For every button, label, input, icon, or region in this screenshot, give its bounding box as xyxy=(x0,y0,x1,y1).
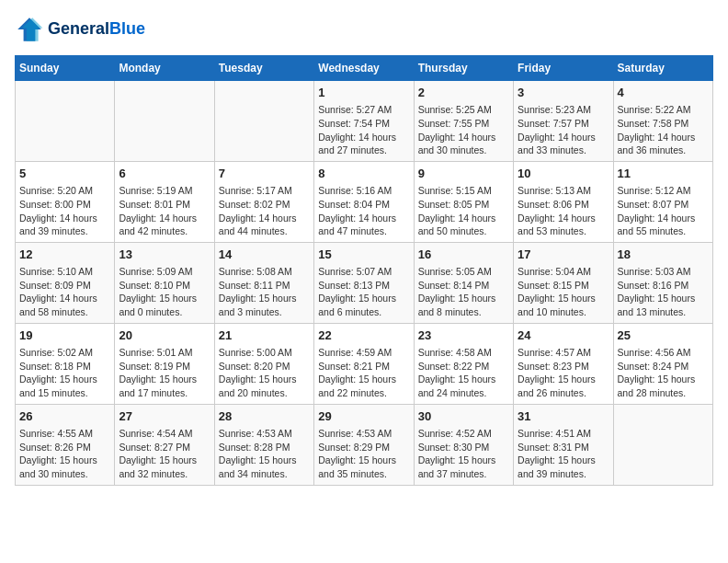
logo-icon xyxy=(15,15,44,44)
day-number: 7 xyxy=(219,166,310,182)
calendar-cell: 2Sunrise: 5:25 AM Sunset: 7:55 PM Daylig… xyxy=(414,81,513,162)
day-info: Sunrise: 4:56 AM Sunset: 8:24 PM Dayligh… xyxy=(618,346,709,400)
col-header-saturday: Saturday xyxy=(613,56,712,81)
day-number: 3 xyxy=(518,85,609,101)
calendar-cell: 10Sunrise: 5:13 AM Sunset: 8:06 PM Dayli… xyxy=(514,161,613,242)
day-info: Sunrise: 5:15 AM Sunset: 8:05 PM Dayligh… xyxy=(418,184,509,238)
calendar-cell: 8Sunrise: 5:16 AM Sunset: 8:04 PM Daylig… xyxy=(314,161,414,242)
day-number: 16 xyxy=(418,247,509,263)
day-number: 20 xyxy=(119,327,210,344)
day-info: Sunrise: 5:13 AM Sunset: 8:06 PM Dayligh… xyxy=(518,184,609,238)
day-info: Sunrise: 5:25 AM Sunset: 7:55 PM Dayligh… xyxy=(418,103,509,157)
page-header: GeneralBlue xyxy=(15,15,713,44)
calendar-cell: 13Sunrise: 5:09 AM Sunset: 8:10 PM Dayli… xyxy=(115,242,214,323)
day-info: Sunrise: 4:54 AM Sunset: 8:27 PM Dayligh… xyxy=(119,427,210,481)
day-info: Sunrise: 5:10 AM Sunset: 8:09 PM Dayligh… xyxy=(19,265,110,319)
day-info: Sunrise: 5:07 AM Sunset: 8:13 PM Dayligh… xyxy=(318,265,409,319)
day-number: 13 xyxy=(119,247,210,263)
week-row-4: 19Sunrise: 5:02 AM Sunset: 8:18 PM Dayli… xyxy=(16,323,713,404)
day-number: 29 xyxy=(318,408,409,425)
week-row-5: 26Sunrise: 4:55 AM Sunset: 8:26 PM Dayli… xyxy=(16,404,713,485)
calendar-cell: 25Sunrise: 4:56 AM Sunset: 8:24 PM Dayli… xyxy=(613,323,712,404)
day-number: 21 xyxy=(219,327,310,344)
day-number: 12 xyxy=(19,247,110,263)
day-info: Sunrise: 4:58 AM Sunset: 8:22 PM Dayligh… xyxy=(418,346,509,400)
day-number: 9 xyxy=(418,166,509,182)
day-number: 30 xyxy=(418,408,509,425)
day-info: Sunrise: 5:08 AM Sunset: 8:11 PM Dayligh… xyxy=(219,265,310,319)
calendar-cell: 27Sunrise: 4:54 AM Sunset: 8:27 PM Dayli… xyxy=(115,404,214,485)
logo-text: GeneralBlue xyxy=(48,20,145,39)
week-row-1: 1Sunrise: 5:27 AM Sunset: 7:54 PM Daylig… xyxy=(16,81,713,162)
calendar-cell: 11Sunrise: 5:12 AM Sunset: 8:07 PM Dayli… xyxy=(613,161,712,242)
calendar-cell: 24Sunrise: 4:57 AM Sunset: 8:23 PM Dayli… xyxy=(514,323,613,404)
logo: GeneralBlue xyxy=(15,15,145,44)
day-info: Sunrise: 4:51 AM Sunset: 8:31 PM Dayligh… xyxy=(518,427,609,481)
day-number: 25 xyxy=(618,327,709,344)
col-header-monday: Monday xyxy=(115,56,214,81)
day-number: 27 xyxy=(119,408,210,425)
calendar-cell: 26Sunrise: 4:55 AM Sunset: 8:26 PM Dayli… xyxy=(16,404,115,485)
day-info: Sunrise: 5:22 AM Sunset: 7:58 PM Dayligh… xyxy=(618,103,709,157)
col-header-wednesday: Wednesday xyxy=(314,56,414,81)
day-number: 31 xyxy=(518,408,609,425)
col-header-sunday: Sunday xyxy=(16,56,115,81)
day-info: Sunrise: 5:20 AM Sunset: 8:00 PM Dayligh… xyxy=(19,184,110,238)
day-info: Sunrise: 4:59 AM Sunset: 8:21 PM Dayligh… xyxy=(318,346,409,400)
col-header-thursday: Thursday xyxy=(414,56,513,81)
calendar-cell xyxy=(115,81,214,162)
week-row-3: 12Sunrise: 5:10 AM Sunset: 8:09 PM Dayli… xyxy=(16,242,713,323)
day-info: Sunrise: 5:03 AM Sunset: 8:16 PM Dayligh… xyxy=(618,265,709,319)
day-info: Sunrise: 5:17 AM Sunset: 8:02 PM Dayligh… xyxy=(219,184,310,238)
day-number: 10 xyxy=(518,166,609,182)
calendar-cell: 6Sunrise: 5:19 AM Sunset: 8:01 PM Daylig… xyxy=(115,161,214,242)
calendar-cell: 28Sunrise: 4:53 AM Sunset: 8:28 PM Dayli… xyxy=(214,404,313,485)
day-info: Sunrise: 5:01 AM Sunset: 8:19 PM Dayligh… xyxy=(119,346,210,400)
day-info: Sunrise: 4:53 AM Sunset: 8:28 PM Dayligh… xyxy=(219,427,310,481)
day-info: Sunrise: 4:53 AM Sunset: 8:29 PM Dayligh… xyxy=(318,427,409,481)
col-header-friday: Friday xyxy=(514,56,613,81)
day-info: Sunrise: 5:12 AM Sunset: 8:07 PM Dayligh… xyxy=(618,184,709,238)
day-info: Sunrise: 4:52 AM Sunset: 8:30 PM Dayligh… xyxy=(418,427,509,481)
calendar-cell: 16Sunrise: 5:05 AM Sunset: 8:14 PM Dayli… xyxy=(414,242,513,323)
calendar-cell: 23Sunrise: 4:58 AM Sunset: 8:22 PM Dayli… xyxy=(414,323,513,404)
day-info: Sunrise: 4:57 AM Sunset: 8:23 PM Dayligh… xyxy=(518,346,609,400)
day-number: 24 xyxy=(518,327,609,344)
day-info: Sunrise: 5:02 AM Sunset: 8:18 PM Dayligh… xyxy=(19,346,110,400)
day-number: 23 xyxy=(418,327,509,344)
calendar-cell xyxy=(214,81,313,162)
calendar-cell: 30Sunrise: 4:52 AM Sunset: 8:30 PM Dayli… xyxy=(414,404,513,485)
calendar-cell: 4Sunrise: 5:22 AM Sunset: 7:58 PM Daylig… xyxy=(613,81,712,162)
calendar-header: SundayMondayTuesdayWednesdayThursdayFrid… xyxy=(16,56,713,81)
week-row-2: 5Sunrise: 5:20 AM Sunset: 8:00 PM Daylig… xyxy=(16,161,713,242)
calendar-cell: 31Sunrise: 4:51 AM Sunset: 8:31 PM Dayli… xyxy=(514,404,613,485)
day-number: 26 xyxy=(19,408,110,425)
day-info: Sunrise: 5:05 AM Sunset: 8:14 PM Dayligh… xyxy=(418,265,509,319)
day-info: Sunrise: 5:09 AM Sunset: 8:10 PM Dayligh… xyxy=(119,265,210,319)
col-header-tuesday: Tuesday xyxy=(214,56,313,81)
calendar-cell: 22Sunrise: 4:59 AM Sunset: 8:21 PM Dayli… xyxy=(314,323,414,404)
calendar-cell: 15Sunrise: 5:07 AM Sunset: 8:13 PM Dayli… xyxy=(314,242,414,323)
calendar-cell: 21Sunrise: 5:00 AM Sunset: 8:20 PM Dayli… xyxy=(214,323,313,404)
day-info: Sunrise: 5:19 AM Sunset: 8:01 PM Dayligh… xyxy=(119,184,210,238)
day-number: 19 xyxy=(19,327,110,344)
day-number: 28 xyxy=(219,408,310,425)
calendar-cell: 20Sunrise: 5:01 AM Sunset: 8:19 PM Dayli… xyxy=(115,323,214,404)
calendar-cell xyxy=(16,81,115,162)
day-info: Sunrise: 5:16 AM Sunset: 8:04 PM Dayligh… xyxy=(318,184,409,238)
calendar-table: SundayMondayTuesdayWednesdayThursdayFrid… xyxy=(15,55,713,486)
calendar-cell: 17Sunrise: 5:04 AM Sunset: 8:15 PM Dayli… xyxy=(514,242,613,323)
day-number: 22 xyxy=(318,327,409,344)
calendar-cell: 1Sunrise: 5:27 AM Sunset: 7:54 PM Daylig… xyxy=(314,81,414,162)
calendar-cell: 29Sunrise: 4:53 AM Sunset: 8:29 PM Dayli… xyxy=(314,404,414,485)
day-number: 8 xyxy=(318,166,409,182)
day-info: Sunrise: 5:27 AM Sunset: 7:54 PM Dayligh… xyxy=(318,103,409,157)
day-number: 6 xyxy=(119,166,210,182)
calendar-cell: 3Sunrise: 5:23 AM Sunset: 7:57 PM Daylig… xyxy=(514,81,613,162)
calendar-cell xyxy=(613,404,712,485)
calendar-cell: 19Sunrise: 5:02 AM Sunset: 8:18 PM Dayli… xyxy=(16,323,115,404)
calendar-cell: 9Sunrise: 5:15 AM Sunset: 8:05 PM Daylig… xyxy=(414,161,513,242)
calendar-cell: 18Sunrise: 5:03 AM Sunset: 8:16 PM Dayli… xyxy=(613,242,712,323)
day-number: 18 xyxy=(618,247,709,263)
day-number: 11 xyxy=(618,166,709,182)
